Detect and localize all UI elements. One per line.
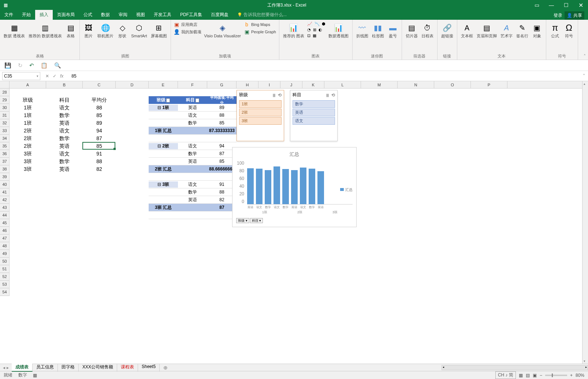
row-header-44[interactable]: 44 [0,211,9,219]
tab-formula[interactable]: 公式 [79,10,97,20]
col-header-E[interactable]: E [149,81,178,88]
sheet-tab[interactable]: Sheet5 [138,363,160,372]
cell[interactable]: 82 [83,165,116,173]
horizontal-scrollbar[interactable]: ◂▸ [442,365,588,370]
header-button[interactable]: ▤页眉和页脚 [475,21,498,53]
cell[interactable]: 英语 [46,119,83,127]
cell[interactable]: 班级 [10,96,46,104]
cell[interactable]: 3班 [10,150,46,158]
vertical-scrollbar[interactable] [582,81,588,364]
slicer-item[interactable]: 数学 [293,100,335,108]
tab-review[interactable]: 审阅 [114,10,132,20]
qat-icon-2[interactable]: 🔍 [54,62,61,69]
cells-area[interactable]: 班级科目平均分1班语文881班数学851班英语892班语文942班数学872班英… [10,89,582,364]
col-header-H[interactable]: H [237,81,258,88]
winloss-button[interactable]: ▬盈亏 [386,21,399,53]
chart-type-5[interactable]: ⊞ [312,27,317,33]
fx-icon[interactable]: fx [60,74,63,79]
tab-home[interactable]: 开始 [18,10,35,20]
login-button[interactable]: 登录 [554,12,562,19]
rec-pivot-button[interactable]: ▥推荐的 数据透视表 [27,21,63,53]
cancel-formula-icon[interactable]: ✕ [45,74,49,79]
col-header-C[interactable]: C [83,81,116,88]
view-break-icon[interactable]: ▣ [533,373,537,378]
multi-select-icon[interactable]: ⫼ [272,93,276,98]
wordart-button[interactable]: A艺术字 [499,21,514,53]
chart-type-8[interactable]: ▦ [312,33,317,38]
row-header-43[interactable]: 43 [0,204,9,211]
row-header-41[interactable]: 41 [0,188,9,196]
row-header-37[interactable]: 37 [0,158,9,165]
chart-field-button[interactable]: 班级 ▾ [236,218,249,223]
tab-view[interactable]: 视图 [132,10,149,20]
share-button[interactable]: 👤 共享 [565,11,584,20]
col-header-M[interactable]: M [361,81,398,88]
col-header-K[interactable]: K [302,81,324,88]
chart-type-7[interactable]: ⊡ [306,33,311,38]
macro-icon[interactable]: ▦ [33,373,37,378]
undo-icon[interactable]: ↶ [29,62,34,69]
sheet-nav-next[interactable]: ▸ [7,365,9,370]
fill-handle[interactable] [113,148,116,150]
equation-button[interactable]: π公式 [548,21,562,53]
col-header-B[interactable]: B [46,81,83,88]
cell[interactable]: 91 [83,150,116,158]
tab-baidu[interactable]: 百度网盘 [206,10,233,20]
col-header-N[interactable]: N [398,81,434,88]
slicer-科目[interactable]: 科目⫼⟲数学英语语文 [290,90,338,141]
sheet-tab[interactable]: 员工信息 [33,363,58,372]
expand-formula-icon[interactable]: ˅ [580,74,588,79]
screenshot-button[interactable]: ⊞屏幕截图 [149,21,168,53]
tab-layout[interactable]: 页面布局 [53,10,79,20]
qat-icon-1[interactable]: 📋 [41,62,48,69]
cell[interactable]: 语文 [46,127,83,135]
chart-type-2[interactable]: 📉 [314,21,320,27]
col-header-J[interactable]: J [280,81,302,88]
online-pic-button[interactable]: 🌐联机图片 [96,21,115,53]
view-normal-icon[interactable]: ▦ [519,373,523,378]
bing-button[interactable]: bBing Maps [243,21,277,28]
pivot-chart-button[interactable]: 📊数据透视图 [327,21,350,53]
cell[interactable]: 1班 [10,104,46,112]
slicer-班级[interactable]: 班级⫼⟲1班2班3班 [237,90,284,141]
new-sheet-button[interactable]: ⊕ [160,365,171,371]
row-header-53[interactable]: 53 [0,281,9,288]
myaddin-button[interactable]: 👤我的加载项 [173,29,202,35]
zoom-out-button[interactable]: − [540,373,542,378]
row-header-28[interactable]: 28 [0,89,9,96]
row-header-49[interactable]: 49 [0,250,9,258]
tab-data[interactable]: 数据 [97,10,114,20]
cell[interactable]: 87 [83,135,116,142]
maximize-button[interactable]: ☐ [559,0,573,10]
row-header-36[interactable]: 36 [0,150,9,158]
close-button[interactable]: ✕ [573,0,588,10]
col-header-G[interactable]: G [207,81,237,88]
multi-select-icon[interactable]: ⫼ [325,93,330,98]
cell[interactable]: 语文 [46,104,83,112]
slicer-item[interactable]: 1班 [239,100,282,108]
row-header-29[interactable]: 29 [0,96,9,104]
pivot-table[interactable]: 班级▾科目▾平均值项:平均分⊟ 1班英语89语文88数学851班 汇总87.33… [149,96,237,219]
cell[interactable]: 平均分 [83,96,116,104]
cell[interactable]: 1班 [10,112,46,119]
table-button[interactable]: ▤表格 [64,21,77,53]
tab-dev[interactable]: 开发工具 [149,10,176,20]
row-header-32[interactable]: 32 [0,119,9,127]
tab-insert[interactable]: 插入 [35,10,53,20]
slicer-item[interactable]: 3班 [239,117,282,125]
chart-field-button[interactable]: 科目 ▾ [250,218,263,223]
enter-formula-icon[interactable]: ✓ [53,74,56,79]
row-header-35[interactable]: 35 [0,142,9,150]
slicer-button[interactable]: ▤切片器 [404,21,419,53]
cell[interactable]: 2班 [10,142,46,150]
col-header-I[interactable]: I [258,81,280,88]
object-button[interactable]: ▣对象 [531,21,544,53]
chart-type-4[interactable]: ◔ [306,27,312,33]
sparkline-button[interactable]: 〰折线图 [355,21,370,53]
ribbon-options-icon[interactable]: ▭ [529,0,544,10]
cell[interactable]: 94 [83,127,116,135]
sparkcol-button[interactable]: ▮▮柱形图 [371,21,386,53]
cell[interactable]: 科目 [46,96,83,104]
people-button[interactable]: ▣People Graph [243,29,277,35]
chart-type-3[interactable]: ⬢ [321,21,326,27]
